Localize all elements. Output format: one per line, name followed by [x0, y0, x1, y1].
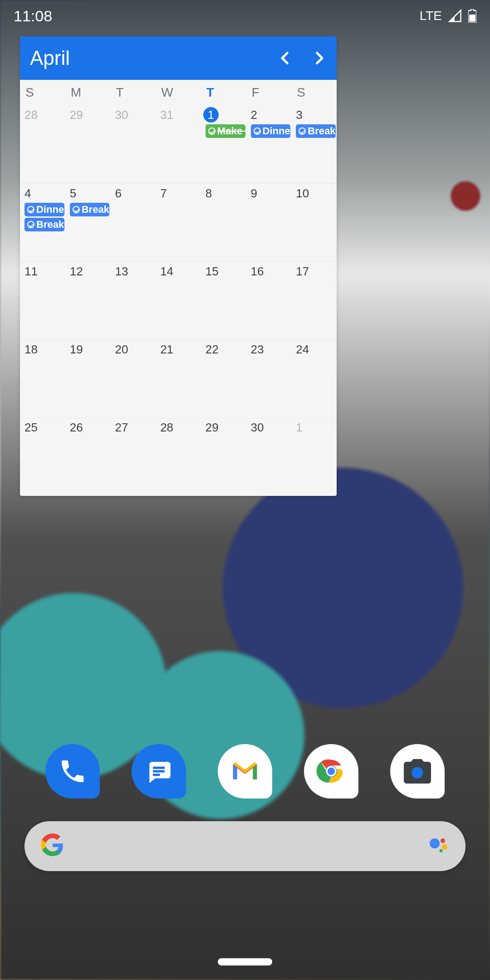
- event-chips: Dinner:: [251, 124, 291, 138]
- day-cell[interactable]: 22: [201, 340, 246, 418]
- day-cell[interactable]: 17: [291, 261, 337, 339]
- day-number: 21: [160, 342, 200, 358]
- calendar-grid: 282930311Make e2Dinner:3Breakfa4Dinner:B…: [20, 105, 337, 496]
- day-cell[interactable]: 23: [246, 340, 292, 418]
- dow-cell: T: [110, 80, 156, 105]
- day-cell[interactable]: 6: [110, 183, 156, 261]
- day-cell[interactable]: 19: [65, 340, 111, 418]
- day-number: 28: [160, 420, 200, 436]
- day-cell[interactable]: 25: [20, 418, 65, 496]
- camera-icon: [401, 755, 434, 788]
- status-time: 11:08: [14, 7, 52, 25]
- event-chip[interactable]: Make e: [206, 124, 245, 138]
- day-cell[interactable]: 28: [156, 418, 201, 496]
- day-cell[interactable]: 30: [246, 418, 292, 496]
- day-cell[interactable]: 26: [65, 418, 111, 496]
- svg-point-8: [430, 838, 440, 848]
- google-search-bar[interactable]: [24, 821, 466, 871]
- day-number: 14: [160, 264, 200, 279]
- day-cell[interactable]: 13: [110, 261, 156, 339]
- day-cell[interactable]: 28: [20, 105, 65, 183]
- calendar-widget[interactable]: April SMTWTFS 282930311Make e2Dinner:3Br…: [20, 36, 337, 496]
- next-month-button[interactable]: [311, 49, 327, 67]
- svg-point-6: [327, 767, 336, 776]
- day-cell[interactable]: 11: [20, 261, 65, 339]
- day-cell[interactable]: 1Make e: [201, 105, 246, 183]
- day-cell[interactable]: 27: [110, 418, 156, 496]
- day-cell[interactable]: 9: [246, 183, 292, 261]
- dow-cell: S: [291, 80, 337, 105]
- event-label: Dinner:: [263, 125, 291, 137]
- phone-icon: [58, 757, 87, 786]
- day-number: 31: [160, 107, 200, 122]
- day-number: 18: [24, 342, 64, 358]
- day-cell[interactable]: 20: [110, 340, 156, 418]
- day-cell[interactable]: 30: [110, 105, 156, 183]
- month-title: April: [30, 47, 70, 69]
- gmail-icon: [229, 755, 261, 787]
- task-check-icon: [73, 206, 80, 213]
- app-gmail[interactable]: [218, 744, 272, 799]
- event-chip[interactable]: Dinner:: [24, 203, 64, 216]
- app-phone[interactable]: [45, 744, 100, 799]
- app-chrome[interactable]: [304, 744, 358, 799]
- day-cell[interactable]: 29: [201, 418, 246, 496]
- task-check-icon: [299, 127, 306, 135]
- day-cell[interactable]: 8: [201, 183, 246, 261]
- month-nav: [278, 49, 327, 67]
- event-chips: Dinner:Breakfa: [24, 203, 64, 231]
- app-camera[interactable]: [390, 744, 445, 799]
- messages-icon: [145, 757, 173, 785]
- day-cell[interactable]: 31: [156, 105, 201, 183]
- day-cell[interactable]: 7: [156, 183, 201, 261]
- nav-handle[interactable]: [218, 958, 272, 965]
- task-check-icon: [254, 127, 261, 135]
- app-messages[interactable]: [132, 744, 186, 799]
- svg-point-9: [441, 838, 445, 843]
- day-number: 3: [296, 107, 336, 122]
- day-cell[interactable]: 18: [20, 340, 65, 418]
- day-cell[interactable]: 2Dinner:: [246, 105, 292, 183]
- day-number: 26: [70, 420, 110, 436]
- day-cell[interactable]: 21: [156, 340, 201, 418]
- day-number: 23: [251, 342, 291, 358]
- dow-cell: S: [20, 80, 65, 105]
- day-cell[interactable]: 4Dinner:Breakfa: [20, 183, 65, 261]
- status-network: LTE: [420, 9, 442, 23]
- event-chips: Breakfa: [70, 203, 110, 216]
- day-cell[interactable]: 3Breakfa: [291, 105, 337, 183]
- svg-rect-2: [153, 770, 165, 772]
- calendar-header: April: [20, 36, 337, 80]
- dow-cell: W: [156, 80, 201, 105]
- day-cell[interactable]: 29: [65, 105, 111, 183]
- day-cell[interactable]: 10: [291, 183, 337, 261]
- dock: [0, 740, 490, 803]
- day-number: 15: [206, 264, 245, 279]
- day-cell[interactable]: 15: [201, 261, 246, 339]
- day-cell[interactable]: 12: [65, 261, 111, 339]
- day-number: 19: [70, 342, 110, 358]
- day-number: 9: [251, 186, 291, 201]
- day-cell[interactable]: 14: [156, 261, 201, 339]
- day-number: 10: [296, 186, 336, 201]
- day-number: 16: [251, 264, 291, 279]
- chrome-icon: [314, 754, 348, 789]
- event-chip[interactable]: Breakfa: [70, 203, 110, 216]
- event-chip[interactable]: Breakfa: [24, 218, 64, 231]
- prev-month-button[interactable]: [278, 49, 293, 67]
- day-cell[interactable]: 5Breakfa: [65, 183, 111, 261]
- svg-point-10: [442, 844, 447, 850]
- day-cell[interactable]: 1: [291, 418, 337, 496]
- day-number: 8: [206, 186, 245, 201]
- event-chip[interactable]: Breakfa: [296, 124, 336, 138]
- event-label: Dinner:: [36, 204, 64, 216]
- task-check-icon: [27, 221, 34, 228]
- day-cell[interactable]: 16: [246, 261, 292, 339]
- task-check-icon: [27, 206, 34, 213]
- event-chip[interactable]: Dinner:: [251, 124, 291, 138]
- day-number: 29: [206, 420, 245, 436]
- assistant-icon[interactable]: [427, 834, 449, 858]
- dow-cell: M: [65, 80, 111, 105]
- day-number: 30: [115, 107, 155, 122]
- day-cell[interactable]: 24: [291, 340, 337, 418]
